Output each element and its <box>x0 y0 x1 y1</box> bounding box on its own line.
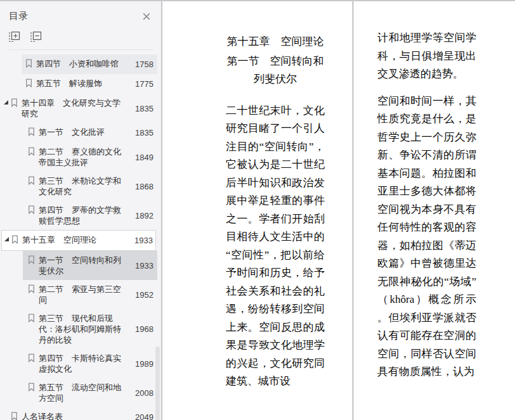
bookmark-icon <box>25 79 32 90</box>
expand-all-icon[interactable] <box>8 31 20 43</box>
section-title: 第一节 空间转向和列斐伏尔 <box>226 53 325 89</box>
toc-item[interactable]: 第十四章 文化研究与文学研究 1835 <box>0 94 161 123</box>
toc-item-label: 第四节 小资和咖啡馆 <box>36 58 128 69</box>
toc-item[interactable]: 人名译名表 2049 <box>0 407 161 420</box>
toc-item[interactable]: 第五节 流动空间和地方空间 2008 <box>0 378 161 407</box>
reading-area: 第十五章 空间理论 第一节 空间转向和列斐伏尔 二十世纪末叶，文化研究目睹了一个… <box>164 1 515 420</box>
toc-page-number: 1989 <box>128 359 153 369</box>
toc-title: 目录 <box>9 10 28 22</box>
toc-item-label: 第十五章 空间理论 <box>22 234 127 245</box>
toc-item-label: 第十四章 文化研究与文学研究 <box>22 98 128 119</box>
collapse-all-icon[interactable] <box>29 31 42 43</box>
close-icon[interactable] <box>141 11 152 22</box>
collapse-triangle-icon[interactable] <box>4 100 8 105</box>
toc-scrollbar-thumb[interactable] <box>155 347 160 420</box>
toc-page-number: 2008 <box>128 388 153 398</box>
bookmark-icon <box>28 205 35 217</box>
toc-item[interactable]: 第五节 解读服饰 1775 <box>0 74 161 94</box>
toc-page-number: 1835 <box>128 104 153 113</box>
toc-item-current[interactable]: 第一节 空间转向和列斐伏尔 1933 <box>23 251 157 280</box>
toc-page-number: 1758 <box>128 60 153 69</box>
bookmark-icon <box>28 127 35 139</box>
toc-item-label: 第四节 卡斯特论真实虚拟文化 <box>39 353 128 374</box>
bookmark-icon <box>28 314 35 325</box>
bookmark-icon <box>11 98 18 110</box>
toc-item-label: 第五节 解读服饰 <box>36 78 128 89</box>
collapse-triangle-icon[interactable] <box>4 237 9 241</box>
toc-page-number: 1892 <box>128 211 153 220</box>
body-text: 空间和时间一样，其性质究竟是什么，是哲学史上一个历久弥新、争讼不清的所谓基本问题… <box>377 92 476 381</box>
bookmark-icon <box>11 235 18 246</box>
toc-page-number: 1849 <box>128 153 153 162</box>
toc-item-label: 第四节 罗蒂的文学救赎哲学思想 <box>39 205 128 226</box>
bookmark-icon <box>28 284 35 296</box>
toc-item-label: 第三节 现代和后现代：洛杉矶和阿姆斯特丹的比较 <box>39 313 128 345</box>
toc-item[interactable]: 第四节 罗蒂的文学救赎哲学思想 1892 <box>0 201 161 230</box>
toc-header: 目录 <box>0 1 161 26</box>
bookmark-icon <box>28 176 35 188</box>
ebook-reader-window: 目录 <box>0 0 515 420</box>
bookmark-icon <box>28 255 35 267</box>
toc-item-label: 第一节 文化批评 <box>39 127 128 137</box>
bookmark-icon <box>28 383 35 394</box>
page-left: 第十五章 空间理论 第一节 空间转向和列斐伏尔 二十世纪末叶，文化研究目睹了一个… <box>164 1 353 420</box>
toc-item-label: 第二节 赛义德的文化帝国主义批评 <box>39 146 128 168</box>
toc-item[interactable]: 第二节 赛义德的文化帝国主义批评 1849 <box>0 143 161 172</box>
bookmark-icon <box>28 353 35 365</box>
toc-item-label: 第五节 流动空间和地方空间 <box>39 382 128 404</box>
toc-page-number: 1933 <box>128 261 153 270</box>
toc-item[interactable]: 第三节 米勒论文学和文化研究 1868 <box>0 172 161 201</box>
toc-item[interactable]: 第十五章 空间理论 1933 <box>1 230 156 251</box>
chapter-title: 第十五章 空间理论 <box>226 33 325 51</box>
bookmark-icon <box>11 412 18 420</box>
toc-page-number: 1933 <box>127 236 153 245</box>
toc-item-label: 第一节 空间转向和列斐伏尔 <box>39 255 128 276</box>
toc-item[interactable]: 第三节 现代和后现代：洛杉矶和阿姆斯特丹的比较 1968 <box>0 309 161 349</box>
toc-item-label: 人名译名表 <box>22 411 128 420</box>
toc-page-number: 1968 <box>128 324 153 334</box>
body-text: 计和地理学等空间学科，与日俱增呈现出交叉渗透的趋势。 <box>377 29 476 84</box>
page-right: 计和地理学等空间学科，与日俱增呈现出交叉渗透的趋势。 空间和时间一样，其性质究竟… <box>353 1 515 420</box>
toc-page-number: 1952 <box>128 290 153 300</box>
toc-list: 第四节 小资和咖啡馆 1758 第五节 解读服饰 1775 第十四章 文化研究与… <box>0 50 161 420</box>
toc-item-label: 第三节 米勒论文学和文化研究 <box>39 175 128 197</box>
bookmark-icon <box>28 147 35 158</box>
toc-toolbar <box>0 26 161 49</box>
toc-item[interactable]: 第二节 索亚与第三空间 1952 <box>0 280 161 309</box>
toc-page-number: 1775 <box>128 79 153 89</box>
toc-panel: 目录 <box>0 1 162 420</box>
toc-item[interactable]: 第一节 文化批评 1835 <box>0 123 161 143</box>
toc-page-number: 2049 <box>128 412 153 420</box>
toc-page-number: 1835 <box>128 128 153 137</box>
toc-item[interactable]: 第四节 小资和咖啡馆 1758 <box>22 54 157 74</box>
toc-item-label: 第二节 索亚与第三空间 <box>39 284 128 305</box>
body-text: 二十世纪末叶，文化研究目睹了一个引人注目的“空间转向”，它被认为是二十世纪后半叶… <box>226 102 325 391</box>
bookmark-icon <box>25 59 32 70</box>
toc-page-number: 1868 <box>128 182 153 191</box>
toc-item[interactable]: 第四节 卡斯特论真实虚拟文化 1989 <box>0 349 161 378</box>
